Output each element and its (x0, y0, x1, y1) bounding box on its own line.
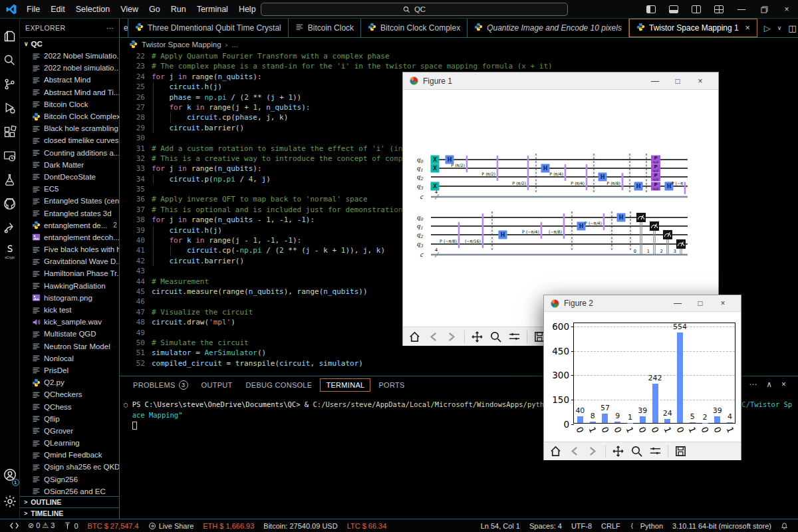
file-item[interactable]: Hamiltonian Phase Tr... (20, 267, 119, 279)
file-item[interactable]: Abstract Mind and Ti... (20, 86, 119, 98)
menu-selection[interactable]: Selection (70, 0, 115, 19)
breadcrumb-file[interactable]: Twistor Space Mapping (142, 41, 221, 49)
run-debug-icon[interactable] (0, 96, 20, 120)
search-icon[interactable] (0, 48, 20, 72)
panel-tab-problems[interactable]: PROBLEMS3 (128, 378, 194, 392)
figure1-close-button[interactable]: × (689, 76, 712, 86)
file-item[interactable]: Bitcoin Clock Complex (20, 110, 119, 122)
bitcoin-usd[interactable]: Bitcoin: 27540.09 USD (259, 522, 342, 530)
cursor-position[interactable]: Ln 54, Col 1 (476, 522, 525, 530)
breadcrumb[interactable]: Twistor Space Mapping › ... (120, 38, 798, 51)
file-item[interactable]: Qmind Feedback (20, 449, 119, 461)
account-icon[interactable]: 1 (0, 462, 20, 488)
file-item[interactable]: kick test (20, 304, 119, 316)
file-item[interactable]: Entangled States (cen... (20, 195, 119, 207)
close-button[interactable]: × (775, 0, 798, 19)
sidebar-section-outline[interactable]: >OUTLINE (20, 496, 119, 507)
minimize-button[interactable]: — (730, 0, 753, 19)
editor-tab[interactable]: Twistor Space Mapping 1× (629, 19, 757, 37)
menu-help[interactable]: Help (233, 0, 261, 19)
file-item[interactable]: PrisDel (20, 364, 119, 376)
figure2-maximize-button[interactable]: □ (689, 299, 712, 308)
run-dropdown-icon[interactable]: ∨ (777, 25, 782, 31)
editor-tab[interactable]: Three DImentional Qubit Time Crystal (128, 19, 289, 37)
home-icon[interactable] (549, 445, 562, 458)
save-icon[interactable] (668, 445, 687, 458)
file-item[interactable]: Gravitational Wave D... (20, 255, 119, 267)
menu-go[interactable]: Go (144, 0, 166, 19)
btc-ticker[interactable]: BTC $ 27,547.4 (83, 522, 144, 530)
zoom-icon[interactable] (630, 445, 643, 458)
file-item[interactable]: kick_sample.wav (20, 316, 119, 328)
toggle-secondary-sidebar-icon[interactable] (685, 0, 708, 19)
zoom-icon[interactable] (489, 331, 502, 343)
extensions-icon[interactable] (0, 120, 20, 144)
panel-more-icon[interactable]: ⋯ (749, 380, 757, 389)
file-item[interactable]: QSign256 and EC (20, 485, 119, 494)
file-item[interactable]: Bitcoin Clock (20, 98, 119, 110)
figure2-titlebar[interactable]: Figure 2 — □ × (544, 295, 741, 312)
menu-run[interactable]: Run (166, 0, 192, 19)
file-item[interactable]: QGrover (20, 425, 119, 437)
eol[interactable]: CRLF (597, 522, 625, 530)
subplot-settings-icon[interactable] (649, 445, 662, 458)
editor-tab[interactable]: Bitcoin Clock (289, 19, 361, 37)
source-control-icon[interactable] (0, 72, 20, 96)
forward-icon[interactable] (587, 445, 599, 458)
tab-close-icon[interactable]: × (745, 23, 750, 33)
file-item[interactable]: Counting additions a... (20, 147, 119, 159)
explorer-more-icon[interactable]: ⋯ (106, 24, 114, 32)
panel-tab-terminal[interactable]: TERMINAL (320, 378, 370, 392)
github-icon[interactable] (0, 192, 20, 215)
file-item[interactable]: Nonlocal (20, 352, 119, 364)
workspace-root[interactable]: ∨ QC (20, 38, 119, 50)
menu-terminal[interactable]: Terminal (192, 0, 233, 19)
toggle-sidebar-icon[interactable] (640, 0, 662, 19)
file-item[interactable]: histogram.png (20, 292, 119, 304)
figure1-titlebar[interactable]: Figure 1 — □ × (403, 72, 718, 90)
editor-tab[interactable]: e 2 (120, 19, 128, 37)
menu-edit[interactable]: Edit (45, 0, 70, 19)
file-item[interactable]: closed timelike curves... (20, 134, 119, 146)
back-icon[interactable] (568, 445, 581, 458)
panel-close-icon[interactable]: × (781, 380, 786, 389)
back-icon[interactable] (427, 331, 440, 343)
command-center-search[interactable]: QC (261, 3, 568, 16)
file-item[interactable]: Neutron Star Model (20, 340, 119, 352)
file-item[interactable]: entanglement decoh... (20, 231, 119, 243)
file-item[interactable]: Abstract Mind (20, 74, 119, 86)
file-item[interactable]: QSign256 (20, 473, 119, 485)
customize-layout-icon[interactable] (708, 0, 730, 19)
panel-tab-ports[interactable]: PORTS (373, 379, 410, 391)
file-item[interactable]: Black hole scrambling (20, 122, 119, 134)
language-mode[interactable]: { }Python (625, 522, 668, 530)
file-item[interactable]: QCheckers (20, 388, 119, 400)
file-item[interactable]: 2022 Nobel Simulatio... (20, 50, 119, 62)
pan-icon[interactable] (605, 445, 624, 458)
notifications-bell[interactable] (776, 522, 793, 530)
file-item[interactable]: Dark Matter (20, 159, 119, 171)
file-item[interactable]: 2022 nobel simulatio... (20, 62, 119, 74)
breadcrumb-symbol[interactable]: ... (231, 41, 238, 49)
forward-icon[interactable] (446, 331, 458, 343)
file-item[interactable]: EC5 (20, 183, 119, 195)
split-editor-icon[interactable]: ◫ (788, 23, 796, 33)
file-item[interactable]: Entangled states 3d (20, 207, 119, 219)
ltc-ticker[interactable]: LTC $ 66.34 (342, 522, 392, 530)
run-python-button[interactable]: ▷ (764, 23, 771, 33)
explorer-icon[interactable] (0, 24, 20, 48)
figure1-maximize-button[interactable]: □ (666, 76, 689, 86)
encoding[interactable]: UTF-8 (567, 522, 597, 530)
figure2-close-button[interactable]: × (712, 299, 734, 308)
indentation[interactable]: Spaces: 4 (525, 522, 567, 530)
file-item[interactable]: Five black holes with hr (20, 243, 119, 255)
panel-tab-debug-console[interactable]: DEBUG CONSOLE (241, 379, 318, 391)
panel-maximize-icon[interactable]: ∧ (766, 380, 772, 389)
restore-button[interactable] (753, 0, 775, 19)
file-item[interactable]: DontDecoState (20, 171, 119, 183)
testing-beaker-icon[interactable] (0, 168, 20, 192)
figure1-minimize-button[interactable]: — (644, 76, 666, 86)
scrypt-icon[interactable]: sCrypt (0, 239, 20, 263)
file-item[interactable]: Qflip (20, 413, 119, 425)
file-item[interactable]: QChess (20, 400, 119, 412)
